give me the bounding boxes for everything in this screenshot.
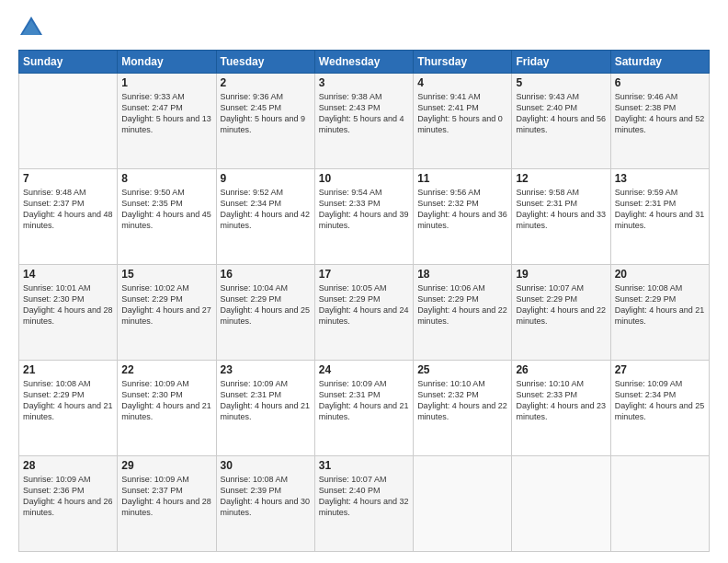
day-info: Sunrise: 10:08 AMSunset: 2:39 PMDaylight… [221, 474, 311, 519]
day-info: Sunrise: 10:09 AMSunset: 2:31 PMDaylight… [221, 378, 311, 423]
day-info: Sunrise: 10:01 AMSunset: 2:30 PMDaylight… [23, 282, 113, 327]
calendar-table: SundayMondayTuesdayWednesdayThursdayFrid… [18, 50, 710, 552]
day-info: Sunrise: 10:10 AMSunset: 2:33 PMDaylight… [516, 378, 606, 423]
weekday-header-row: SundayMondayTuesdayWednesdayThursdayFrid… [19, 51, 710, 74]
day-number: 28 [23, 459, 113, 472]
day-info: Sunrise: 10:08 AMSunset: 2:29 PMDaylight… [23, 378, 113, 423]
day-number: 24 [319, 363, 409, 376]
calendar-cell [414, 456, 512, 552]
logo-icon [18, 15, 44, 40]
calendar-cell: 28Sunrise: 10:09 AMSunset: 2:36 PMDaylig… [19, 456, 118, 552]
header [18, 15, 710, 40]
day-number: 22 [121, 363, 211, 376]
calendar-cell: 4Sunrise: 9:41 AMSunset: 2:41 PMDaylight… [414, 74, 512, 169]
calendar-cell [512, 456, 610, 552]
day-info: Sunrise: 9:43 AMSunset: 2:40 PMDaylight:… [516, 91, 606, 136]
day-info: Sunrise: 10:06 AMSunset: 2:29 PMDaylight… [417, 282, 507, 327]
day-number: 8 [121, 172, 211, 185]
calendar-cell: 30Sunrise: 10:08 AMSunset: 2:39 PMDaylig… [216, 456, 314, 552]
week-row-2: 7Sunrise: 9:48 AMSunset: 2:37 PMDaylight… [19, 169, 710, 265]
day-info: Sunrise: 9:46 AMSunset: 2:38 PMDaylight:… [615, 91, 705, 136]
day-number: 27 [615, 363, 705, 376]
day-number: 25 [417, 363, 507, 376]
day-info: Sunrise: 9:41 AMSunset: 2:41 PMDaylight:… [417, 91, 507, 136]
day-info: Sunrise: 10:10 AMSunset: 2:32 PMDaylight… [417, 378, 507, 423]
day-info: Sunrise: 9:54 AMSunset: 2:33 PMDaylight:… [319, 187, 409, 232]
weekday-header-saturday: Saturday [610, 51, 709, 74]
calendar-cell: 3Sunrise: 9:38 AMSunset: 2:43 PMDaylight… [314, 74, 413, 169]
day-info: Sunrise: 9:56 AMSunset: 2:32 PMDaylight:… [417, 187, 507, 232]
calendar-cell: 6Sunrise: 9:46 AMSunset: 2:38 PMDaylight… [610, 74, 709, 169]
day-info: Sunrise: 9:52 AMSunset: 2:34 PMDaylight:… [221, 187, 311, 232]
day-info: Sunrise: 9:33 AMSunset: 2:47 PMDaylight:… [121, 91, 211, 136]
calendar-cell: 9Sunrise: 9:52 AMSunset: 2:34 PMDaylight… [216, 169, 314, 265]
calendar-cell: 27Sunrise: 10:09 AMSunset: 2:34 PMDaylig… [610, 361, 709, 456]
week-row-4: 21Sunrise: 10:08 AMSunset: 2:29 PMDaylig… [19, 361, 710, 456]
day-info: Sunrise: 10:07 AMSunset: 2:29 PMDaylight… [516, 282, 606, 327]
calendar-cell: 21Sunrise: 10:08 AMSunset: 2:29 PMDaylig… [19, 361, 118, 456]
calendar-cell [19, 74, 118, 169]
day-number: 14 [23, 268, 113, 281]
day-number: 12 [516, 172, 606, 185]
calendar-cell: 14Sunrise: 10:01 AMSunset: 2:30 PMDaylig… [19, 265, 118, 361]
week-row-5: 28Sunrise: 10:09 AMSunset: 2:36 PMDaylig… [19, 456, 710, 552]
calendar-cell: 10Sunrise: 9:54 AMSunset: 2:33 PMDayligh… [314, 169, 413, 265]
calendar-cell [610, 456, 709, 552]
calendar-cell: 12Sunrise: 9:58 AMSunset: 2:31 PMDayligh… [512, 169, 610, 265]
week-row-1: 1Sunrise: 9:33 AMSunset: 2:47 PMDaylight… [19, 74, 710, 169]
day-info: Sunrise: 10:08 AMSunset: 2:29 PMDaylight… [615, 282, 705, 327]
day-info: Sunrise: 10:07 AMSunset: 2:40 PMDaylight… [319, 474, 409, 519]
calendar-cell: 2Sunrise: 9:36 AMSunset: 2:45 PMDaylight… [216, 74, 314, 169]
calendar-cell: 29Sunrise: 10:09 AMSunset: 2:37 PMDaylig… [118, 456, 216, 552]
calendar-cell: 17Sunrise: 10:05 AMSunset: 2:29 PMDaylig… [314, 265, 413, 361]
calendar-cell: 31Sunrise: 10:07 AMSunset: 2:40 PMDaylig… [314, 456, 413, 552]
day-number: 16 [221, 268, 311, 281]
day-info: Sunrise: 9:48 AMSunset: 2:37 PMDaylight:… [23, 187, 113, 232]
day-number: 23 [221, 363, 311, 376]
week-row-3: 14Sunrise: 10:01 AMSunset: 2:30 PMDaylig… [19, 265, 710, 361]
day-number: 10 [319, 172, 409, 185]
day-info: Sunrise: 10:09 AMSunset: 2:31 PMDaylight… [319, 378, 409, 423]
calendar-cell: 7Sunrise: 9:48 AMSunset: 2:37 PMDaylight… [19, 169, 118, 265]
day-number: 5 [516, 76, 606, 89]
day-number: 26 [516, 363, 606, 376]
calendar-cell: 1Sunrise: 9:33 AMSunset: 2:47 PMDaylight… [118, 74, 216, 169]
day-info: Sunrise: 9:38 AMSunset: 2:43 PMDaylight:… [319, 91, 409, 136]
logo [18, 15, 48, 40]
day-info: Sunrise: 9:50 AMSunset: 2:35 PMDaylight:… [121, 187, 211, 232]
weekday-header-tuesday: Tuesday [216, 51, 314, 74]
day-info: Sunrise: 9:59 AMSunset: 2:31 PMDaylight:… [615, 187, 705, 232]
day-number: 7 [23, 172, 113, 185]
calendar-cell: 15Sunrise: 10:02 AMSunset: 2:29 PMDaylig… [118, 265, 216, 361]
day-number: 15 [121, 268, 211, 281]
calendar-cell: 20Sunrise: 10:08 AMSunset: 2:29 PMDaylig… [610, 265, 709, 361]
day-info: Sunrise: 10:04 AMSunset: 2:29 PMDaylight… [221, 282, 311, 327]
calendar-cell: 22Sunrise: 10:09 AMSunset: 2:30 PMDaylig… [118, 361, 216, 456]
calendar-cell: 25Sunrise: 10:10 AMSunset: 2:32 PMDaylig… [414, 361, 512, 456]
calendar-cell: 5Sunrise: 9:43 AMSunset: 2:40 PMDaylight… [512, 74, 610, 169]
day-info: Sunrise: 10:09 AMSunset: 2:30 PMDaylight… [121, 378, 211, 423]
day-number: 29 [121, 459, 211, 472]
day-info: Sunrise: 10:09 AMSunset: 2:37 PMDaylight… [121, 474, 211, 519]
day-number: 6 [615, 76, 705, 89]
calendar-cell: 8Sunrise: 9:50 AMSunset: 2:35 PMDaylight… [118, 169, 216, 265]
weekday-header-wednesday: Wednesday [314, 51, 413, 74]
day-number: 13 [615, 172, 705, 185]
day-number: 11 [417, 172, 507, 185]
day-number: 2 [221, 76, 311, 89]
day-info: Sunrise: 9:36 AMSunset: 2:45 PMDaylight:… [221, 91, 311, 136]
weekday-header-sunday: Sunday [19, 51, 118, 74]
day-number: 18 [417, 268, 507, 281]
day-number: 31 [319, 459, 409, 472]
weekday-header-friday: Friday [512, 51, 610, 74]
day-info: Sunrise: 10:02 AMSunset: 2:29 PMDaylight… [121, 282, 211, 327]
day-number: 21 [23, 363, 113, 376]
day-info: Sunrise: 10:09 AMSunset: 2:34 PMDaylight… [615, 378, 705, 423]
day-number: 17 [319, 268, 409, 281]
calendar-cell: 23Sunrise: 10:09 AMSunset: 2:31 PMDaylig… [216, 361, 314, 456]
calendar-cell: 24Sunrise: 10:09 AMSunset: 2:31 PMDaylig… [314, 361, 413, 456]
calendar-cell: 11Sunrise: 9:56 AMSunset: 2:32 PMDayligh… [414, 169, 512, 265]
day-number: 9 [221, 172, 311, 185]
calendar-cell: 19Sunrise: 10:07 AMSunset: 2:29 PMDaylig… [512, 265, 610, 361]
day-number: 4 [417, 76, 507, 89]
